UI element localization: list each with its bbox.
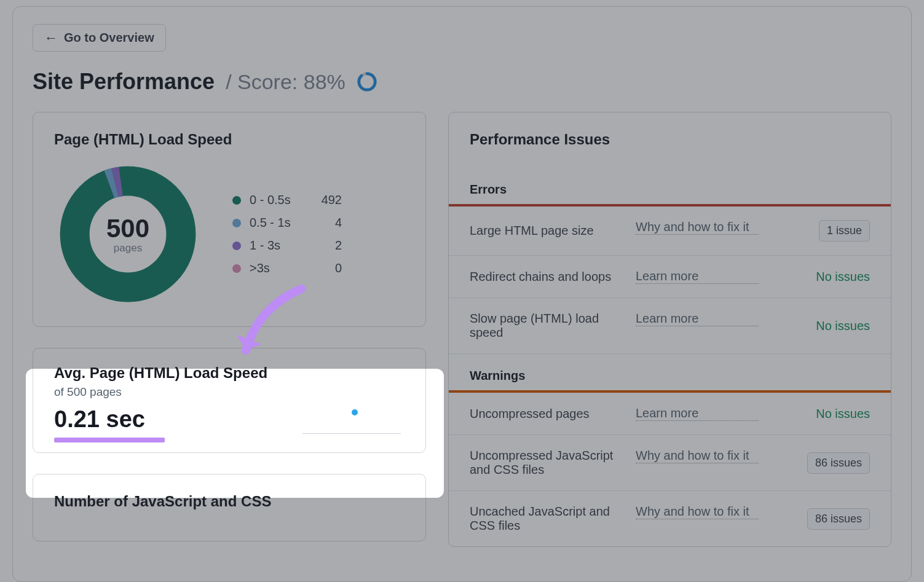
score-ring-icon [357, 71, 377, 92]
issue-row: Slow page (HTML) load speed Learn more N… [449, 298, 891, 354]
avg-subtitle: of 500 pages [54, 385, 405, 399]
issues-title: Performance Issues [449, 131, 891, 155]
issue-name: Redirect chains and loops [470, 270, 623, 284]
issue-row: Large HTML page size Why and how to fix … [449, 206, 891, 256]
swatch-icon [232, 264, 241, 273]
js-css-card: Number of JavaScript and CSS [33, 474, 426, 541]
issue-count-badge[interactable]: 86 issues [807, 508, 870, 530]
donut-total: 500 [106, 214, 149, 243]
page-title: Site Performance [33, 69, 215, 95]
issue-status-ok: No issues [816, 407, 870, 421]
issue-help-link[interactable]: Why and how to fix it [636, 505, 759, 519]
issue-help-link[interactable]: Why and how to fix it [636, 449, 759, 463]
issue-help-link[interactable]: Learn more [636, 269, 759, 284]
load-speed-title: Page (HTML) Load Speed [54, 131, 405, 148]
svg-point-1 [359, 74, 375, 90]
issue-name: Slow page (HTML) load speed [470, 312, 623, 340]
donut-total-label: pages [114, 242, 142, 254]
issue-name: Large HTML page size [470, 224, 623, 238]
issue-status-ok: No issues [816, 319, 870, 333]
issue-name: Uncompressed JavaScript and CSS files [470, 449, 623, 477]
issue-row: Uncompressed pages Learn more No issues [449, 393, 891, 435]
issue-help-link[interactable]: Learn more [636, 312, 759, 326]
back-to-overview-button[interactable]: ← Go to Overview [33, 24, 166, 52]
swatch-icon [232, 196, 241, 205]
issue-row: Uncompressed JavaScript and CSS files Wh… [449, 435, 891, 491]
issue-help-link[interactable]: Learn more [636, 406, 759, 421]
issue-count-badge[interactable]: 1 issue [819, 220, 870, 242]
swatch-icon [232, 242, 241, 250]
sparkline-baseline [302, 433, 401, 434]
issue-status-ok: No issues [816, 270, 870, 284]
issue-count-badge[interactable]: 86 issues [807, 452, 870, 474]
section-warnings-heading: Warnings [449, 354, 891, 390]
avg-load-speed-card: Avg. Page (HTML) Load Speed of 500 pages… [33, 348, 426, 453]
issue-row: Redirect chains and loops Learn more No … [449, 256, 891, 298]
legend-item: 0 - 0.5s 492 [232, 193, 342, 207]
avg-sparkline [302, 409, 401, 434]
legend-item: 0.5 - 1s 4 [232, 216, 342, 230]
issue-row: Uncached JavaScript and CSS files Why an… [449, 491, 891, 546]
page-header: Site Performance / Score: 88% [33, 69, 891, 95]
issue-help-link[interactable]: Why and how to fix it [636, 220, 759, 235]
performance-issues-card: Performance Issues Errors Large HTML pag… [448, 112, 891, 547]
issue-name: Uncompressed pages [470, 407, 623, 421]
page-container: ← Go to Overview Site Performance / Scor… [12, 6, 912, 582]
highlight-underline [54, 438, 165, 442]
swatch-icon [232, 219, 241, 227]
back-label: Go to Overview [64, 31, 154, 45]
js-css-title: Number of JavaScript and CSS [54, 493, 405, 510]
donut-chart: 500 pages [54, 160, 202, 308]
legend-item: 1 - 3s 2 [232, 238, 342, 253]
load-speed-card: Page (HTML) Load Speed 500 pages [33, 112, 426, 327]
section-errors-heading: Errors [449, 168, 891, 204]
legend-item: >3s 0 [232, 261, 342, 275]
sparkline-dot-icon [352, 409, 358, 415]
issue-name: Uncached JavaScript and CSS files [470, 505, 623, 533]
donut-legend: 0 - 0.5s 492 0.5 - 1s 4 1 - 3s 2 [232, 193, 342, 275]
avg-title: Avg. Page (HTML) Load Speed [54, 364, 405, 382]
score-label: / Score: 88% [226, 70, 346, 94]
arrow-left-icon: ← [44, 31, 58, 45]
